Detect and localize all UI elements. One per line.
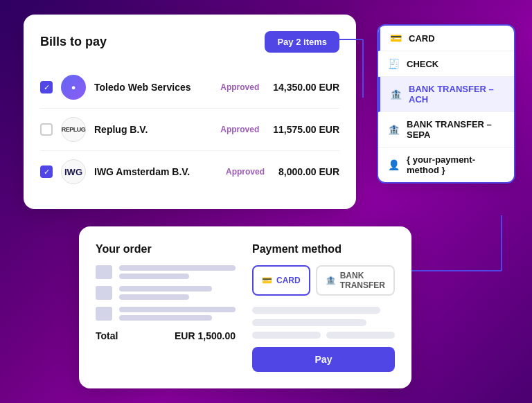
pay-button[interactable]: Pay 2 items (265, 31, 339, 53)
tab-card[interactable]: 💳 CARD (252, 265, 310, 296)
bill-row-2: REPLUG Replug B.V. Approved 11,575.00 EU… (40, 109, 339, 151)
order-thumb-3 (96, 307, 112, 321)
bank-sepa-icon: 🏦 (388, 124, 400, 135)
svg-text:●: ● (71, 83, 76, 91)
card-tab-icon: 💳 (262, 276, 272, 285)
status-3: Approved (226, 167, 265, 177)
payment-fields (252, 307, 395, 339)
amount-1: 14,350.00 EUR (273, 82, 339, 93)
amount-3: 8,000.00 EUR (278, 166, 339, 177)
payment-method-dropdown: 💳 CARD 🧾 CHECK 🏦 BANK TRANSFER – ACH 🏦 B… (377, 24, 515, 183)
total-label: Total (96, 330, 118, 341)
status-2: Approved (220, 125, 259, 134)
order-line-3a (119, 307, 236, 312)
bank-ach-icon: 🏦 (390, 89, 402, 100)
order-item-3 (96, 307, 236, 321)
bill-row-1: ● Toledo Web Services Approved 14,350.00… (40, 66, 339, 109)
payment-tabs: 💳 CARD 🏦 BANK TRANSFER (252, 265, 395, 296)
dropdown-custom-label: { your-payment-method } (407, 154, 504, 175)
iwg-logo-text: IWG (64, 167, 82, 177)
card-tab-label: CARD (276, 276, 301, 285)
company-name-1: Toledo Web Services (94, 82, 212, 93)
company-name-3: IWG Amsterdam B.V. (94, 166, 218, 177)
dropdown-sepa-label: BANK TRANSFER – SEPA (407, 119, 504, 140)
status-1: Approved (220, 82, 259, 92)
order-line-1b (119, 274, 189, 279)
order-item-2 (96, 286, 236, 300)
checkbox-3[interactable] (40, 165, 53, 178)
company-name-2: Replug B.V. (94, 124, 212, 135)
order-line-1a (119, 265, 236, 271)
order-line-3b (119, 315, 212, 321)
check-icon: 🧾 (388, 58, 400, 69)
order-lines-2 (119, 286, 236, 300)
order-lines-3 (119, 307, 236, 321)
field-half-1 (252, 332, 321, 339)
order-left-section: Your order (96, 243, 236, 372)
tab-bank-transfer[interactable]: 🏦 BANK TRANSFER (316, 265, 395, 296)
checkbox-2[interactable] (40, 123, 53, 136)
order-thumb-2 (96, 286, 112, 300)
bank-tab-icon: 🏦 (326, 276, 336, 285)
field-line-1 (252, 307, 380, 314)
field-half-2 (326, 332, 395, 339)
dropdown-card-label: CARD (409, 33, 435, 44)
total-value: EUR 1,500.00 (175, 330, 236, 341)
bills-title: Bills to pay (40, 35, 107, 49)
order-right-section: Payment method 💳 CARD 🏦 BANK TRANSFER (252, 243, 395, 372)
dropdown-item-check[interactable]: 🧾 CHECK (378, 51, 514, 77)
bill-row-3: IWG IWG Amsterdam B.V. Approved 8,000.00… (40, 151, 339, 192)
dropdown-item-card[interactable]: 💳 CARD (378, 26, 514, 51)
payment-method-title: Payment method (252, 243, 395, 256)
order-title: Your order (96, 243, 236, 256)
order-lines-1 (119, 265, 236, 279)
bills-header: Bills to pay Pay 2 items (40, 31, 339, 53)
checkbox-1[interactable] (40, 81, 53, 93)
order-thumb-1 (96, 265, 112, 279)
order-item-1 (96, 265, 236, 279)
card-icon: 💳 (390, 33, 402, 44)
dropdown-item-ach[interactable]: 🏦 BANK TRANSFER – ACH (378, 77, 514, 112)
order-card: Your order (79, 226, 411, 388)
amount-2: 11,575.00 EUR (273, 124, 339, 135)
avatar-iwg: IWG (61, 159, 86, 184)
order-line-2b (119, 294, 189, 300)
avatar-tws: ● (61, 75, 86, 100)
dropdown-item-sepa[interactable]: 🏦 BANK TRANSFER – SEPA (378, 112, 514, 147)
field-line-2 (252, 319, 366, 326)
pay-full-button[interactable]: Pay (252, 347, 395, 372)
dropdown-ach-label: BANK TRANSFER – ACH (409, 84, 504, 105)
field-row-split (252, 332, 395, 339)
order-line-2a (119, 286, 212, 292)
dropdown-check-label: CHECK (407, 59, 438, 69)
dropdown-item-custom[interactable]: 👤 { your-payment-method } (378, 147, 514, 182)
order-total-row: Total EUR 1,500.00 (96, 330, 236, 341)
avatar-replug: REPLUG (61, 117, 86, 142)
replug-logo-text: REPLUG (62, 126, 86, 133)
bills-card: Bills to pay Pay 2 items ● Toledo Web Se… (24, 15, 356, 209)
custom-icon: 👤 (388, 159, 400, 170)
bank-tab-label: BANK TRANSFER (340, 271, 385, 290)
